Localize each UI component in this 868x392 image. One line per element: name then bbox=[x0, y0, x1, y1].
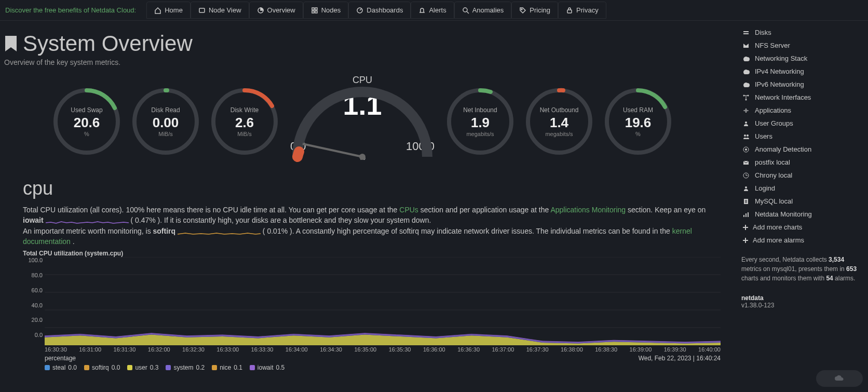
nav-tab-dashboards[interactable]: Dashboards bbox=[348, 2, 411, 19]
legend-swatch bbox=[250, 365, 255, 370]
nav-tab-alerts[interactable]: Alerts bbox=[411, 2, 454, 19]
svg-point-15 bbox=[449, 90, 511, 153]
link-cpus[interactable]: CPUs bbox=[399, 206, 418, 214]
svg-rect-9 bbox=[567, 10, 572, 13]
gauge-net-outbound[interactable]: Net Outbound 1.4 megabits/s bbox=[523, 85, 595, 158]
x-tick: 16:33:00 bbox=[216, 346, 239, 353]
sidebar-item-label: Network Interfaces bbox=[755, 93, 811, 101]
nav-tab-anomalies[interactable]: Anomalies bbox=[454, 2, 512, 19]
legend-item-softirq[interactable]: softirq 0.0 bbox=[84, 364, 120, 371]
sidebar-item-chrony-local[interactable]: Chrony local bbox=[741, 169, 860, 182]
chart-plot[interactable] bbox=[45, 257, 721, 345]
nav-tab-overview[interactable]: Overview bbox=[249, 2, 303, 19]
sidebar-item-icon bbox=[742, 211, 750, 218]
link-applications-monitoring[interactable]: Applications Monitoring bbox=[550, 206, 626, 214]
nav-tab-label: Home bbox=[165, 6, 183, 14]
sidebar-item-label: Chrony local bbox=[755, 171, 792, 179]
x-tick: 16:38:30 bbox=[595, 346, 617, 353]
sidebar-item-nfs-server[interactable]: NFS Server bbox=[741, 39, 860, 52]
nav-tab-label: Overview bbox=[267, 6, 295, 14]
x-tick: 16:31:30 bbox=[114, 346, 136, 353]
sidebar-item-icon bbox=[742, 198, 750, 205]
legend-item-nice[interactable]: nice 0.1 bbox=[212, 364, 242, 371]
gauges-row: Used Swap 20.6 % Disk Read 0.00 MiB/s bbox=[4, 75, 721, 168]
svg-rect-40 bbox=[748, 212, 749, 217]
corner-badge bbox=[816, 370, 863, 387]
sidebar-item-logind[interactable]: Logind bbox=[741, 182, 860, 195]
x-tick: 16:37:30 bbox=[526, 346, 549, 353]
nav-tab-label: Pricing bbox=[530, 6, 550, 14]
sidebar-item-anomaly-detection[interactable]: Anomaly Detection bbox=[741, 143, 860, 156]
x-tick: 16:34:00 bbox=[286, 346, 308, 353]
bell-icon bbox=[418, 7, 426, 14]
svg-point-7 bbox=[463, 8, 467, 12]
sidebar-item-ipv4-networking[interactable]: IPv4 Networking bbox=[741, 65, 860, 78]
svg-rect-3 bbox=[315, 8, 317, 10]
sidebar-item-label: IPv4 Networking bbox=[755, 67, 804, 75]
legend-name: system bbox=[173, 364, 193, 371]
add-more-alarms-button[interactable]: Add more alarms bbox=[741, 234, 860, 247]
gauge-net-inbound[interactable]: Net Inbound 1.9 megabits/s bbox=[444, 85, 517, 158]
sidebar-item-mysql-local[interactable]: MySQL local bbox=[741, 195, 860, 208]
sidebar: DisksNFS ServerNetworking StackIPv4 Netw… bbox=[733, 21, 868, 392]
gauge-disk-read[interactable]: Disk Read 0.00 MiB/s bbox=[129, 85, 202, 158]
sidebar-item-label: Logind bbox=[755, 184, 775, 192]
sidebar-info: Every second, Netdata collects 3,534 met… bbox=[741, 255, 860, 283]
svg-point-8 bbox=[521, 9, 522, 10]
svg-point-29 bbox=[745, 121, 747, 124]
nav-tab-home[interactable]: Home bbox=[146, 2, 191, 19]
gauge-used-ram[interactable]: Used RAM 19.6 % bbox=[602, 85, 674, 158]
cpu-chart[interactable]: Total CPU utilization (system.cpu) 100.0… bbox=[23, 250, 721, 371]
y-tick: 100.0 bbox=[28, 257, 43, 263]
sidebar-item-netdata-monitoring[interactable]: Netdata Monitoring bbox=[741, 208, 860, 221]
x-tick: 16:40:00 bbox=[698, 346, 721, 353]
nav-tab-label: Alerts bbox=[429, 6, 446, 14]
svg-point-33 bbox=[745, 148, 747, 151]
y-tick: 40.0 bbox=[32, 302, 43, 308]
nav-tab-label: Node View bbox=[209, 6, 241, 14]
nav-tab-pricing[interactable]: Pricing bbox=[511, 2, 558, 19]
sidebar-item-label: MySQL local bbox=[755, 197, 793, 205]
svg-rect-5 bbox=[315, 11, 317, 13]
legend-item-iowait[interactable]: iowait 0.5 bbox=[250, 364, 284, 371]
cloud-promo-link[interactable]: Discover the free benefits of Netdata Cl… bbox=[5, 6, 136, 14]
gauge-disk-write[interactable]: Disk Write 2.6 MiB/s bbox=[208, 85, 281, 158]
sidebar-item-users[interactable]: Users bbox=[741, 130, 860, 143]
svg-point-30 bbox=[744, 134, 746, 137]
nav-tab-label: Nodes bbox=[321, 6, 341, 14]
cloud-icon bbox=[834, 373, 845, 384]
sidebar-item-icon bbox=[742, 185, 750, 192]
sidebar-item-disks[interactable]: Disks bbox=[741, 26, 860, 39]
sidebar-item-icon bbox=[742, 81, 750, 88]
legend-item-user[interactable]: user 0.3 bbox=[127, 364, 158, 371]
sidebar-item-applications[interactable]: Applications bbox=[741, 104, 860, 117]
svg-point-36 bbox=[745, 186, 747, 188]
sidebar-item-postfix-local[interactable]: postfix local bbox=[741, 156, 860, 169]
sidebar-item-user-groups[interactable]: User Groups bbox=[741, 117, 860, 130]
add-more-charts-button[interactable]: Add more charts bbox=[741, 221, 860, 234]
sidebar-item-icon bbox=[742, 159, 750, 166]
sidebar-item-label: postfix local bbox=[755, 158, 790, 166]
svg-point-11 bbox=[134, 90, 197, 153]
sidebar-item-network-interfaces[interactable]: Network Interfaces bbox=[741, 91, 860, 104]
sidebar-item-icon bbox=[742, 107, 750, 114]
sidebar-item-networking-stack[interactable]: Networking Stack bbox=[741, 52, 860, 65]
sidebar-item-ipv6-networking[interactable]: IPv6 Networking bbox=[741, 78, 860, 91]
sidebar-item-icon bbox=[742, 94, 750, 101]
legend-item-steal[interactable]: steal 0.0 bbox=[45, 364, 77, 371]
cpu-description: Total CPU utilization (all cores). 100% … bbox=[23, 205, 708, 247]
gauge-used-swap[interactable]: Used Swap 20.6 % bbox=[50, 85, 123, 158]
nav-tab-privacy[interactable]: Privacy bbox=[558, 2, 606, 19]
chart-y-axis: 100.080.060.040.020.00.0 bbox=[23, 257, 45, 345]
legend-name: softirq bbox=[92, 364, 109, 371]
nav-tab-node-view[interactable]: Node View bbox=[191, 2, 249, 19]
legend-item-system[interactable]: system 0.2 bbox=[166, 364, 205, 371]
gauge-cpu[interactable]: CPU 1.1 0.0 100.0 % bbox=[287, 75, 438, 168]
sidebar-item-icon bbox=[742, 55, 750, 62]
legend-value: 0.0 bbox=[68, 364, 77, 371]
legend-value: 0.5 bbox=[276, 364, 285, 371]
nav-tab-nodes[interactable]: Nodes bbox=[303, 2, 349, 19]
sidebar-item-label: Applications bbox=[755, 106, 791, 114]
x-tick: 16:33:30 bbox=[251, 346, 274, 353]
sidebar-item-label: Users bbox=[755, 132, 772, 140]
